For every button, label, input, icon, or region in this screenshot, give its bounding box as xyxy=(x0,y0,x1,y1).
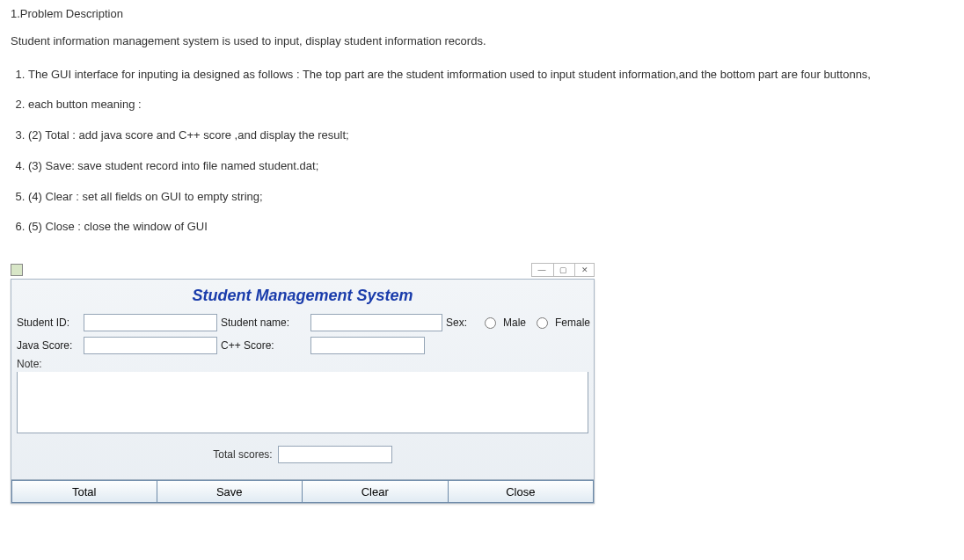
male-radio[interactable] xyxy=(485,317,496,329)
clear-button[interactable]: Clear xyxy=(303,480,449,503)
total-scores-label: Total scores: xyxy=(213,448,272,461)
app-title: Student Management System xyxy=(11,280,594,310)
maximize-icon[interactable]: ▢ xyxy=(553,264,573,276)
list-item: (2) Total : add java score and C++ score… xyxy=(28,127,953,145)
list-item: (4) Clear : set all fields on GUI to emp… xyxy=(28,188,953,207)
female-radio[interactable] xyxy=(537,317,548,329)
male-label: Male xyxy=(503,316,526,329)
list-item: each button meaning : xyxy=(28,96,953,114)
close-button[interactable]: Close xyxy=(449,480,595,503)
java-score-label: Java Score: xyxy=(17,339,80,352)
app-window: Student Management System Student ID: St… xyxy=(11,279,595,504)
app-icon xyxy=(11,264,23,276)
sex-label: Sex: xyxy=(446,316,476,329)
student-id-input[interactable] xyxy=(84,314,217,331)
minimize-icon[interactable]: — xyxy=(532,264,551,276)
total-scores-input[interactable] xyxy=(278,446,392,463)
button-bar: Total Save Clear Close xyxy=(11,479,594,503)
window-controls: — ▢ ✕ xyxy=(531,263,595,277)
female-label: Female xyxy=(555,316,590,329)
window-titlebar: — ▢ ✕ xyxy=(11,263,595,277)
cpp-score-label: C++ Score: xyxy=(221,339,307,352)
student-name-input[interactable] xyxy=(310,314,442,331)
student-name-label: Student name: xyxy=(221,316,307,329)
note-label: Note: xyxy=(17,354,588,372)
list-item: (5) Close : close the window of GUI xyxy=(28,218,953,236)
note-textarea[interactable] xyxy=(17,372,588,433)
close-icon[interactable]: ✕ xyxy=(574,264,594,276)
sex-radio-group: Male Female xyxy=(479,316,611,329)
list-item: (3) Save: save student record into file … xyxy=(28,157,953,176)
student-id-label: Student ID: xyxy=(17,316,80,329)
total-button[interactable]: Total xyxy=(11,480,157,503)
save-button[interactable]: Save xyxy=(157,480,303,503)
java-score-input[interactable] xyxy=(84,337,217,354)
cpp-score-input[interactable] xyxy=(310,337,425,354)
section-heading: 1.Problem Description xyxy=(11,7,953,20)
intro-text: Student information management system is… xyxy=(11,33,953,50)
description-list: The GUI interface for inputing ia design… xyxy=(28,66,953,237)
list-item: The GUI interface for inputing ia design… xyxy=(28,66,953,84)
